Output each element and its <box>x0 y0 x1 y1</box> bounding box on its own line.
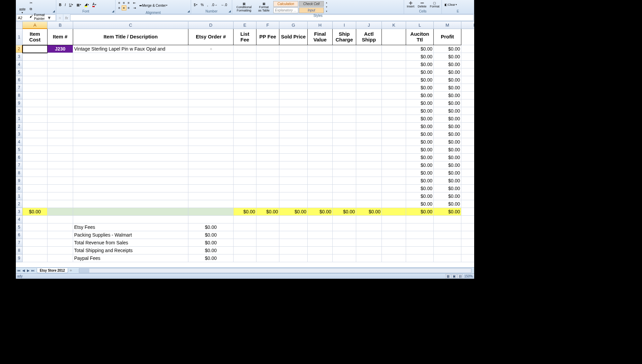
cell[interactable]: $0.00 <box>188 231 234 239</box>
cell[interactable] <box>234 130 256 138</box>
cell[interactable]: $0.00 <box>406 123 434 130</box>
cell[interactable] <box>48 247 73 254</box>
underline-button[interactable]: U▾ <box>68 2 74 7</box>
row-header[interactable]: 0 <box>16 185 23 192</box>
cell[interactable] <box>382 53 406 61</box>
cell[interactable] <box>188 61 234 68</box>
cell[interactable] <box>279 92 308 99</box>
sheet-tab-active[interactable]: Etsy Store 2012 <box>37 268 68 273</box>
cell[interactable] <box>333 200 356 208</box>
cell[interactable] <box>279 107 308 115</box>
cell[interactable] <box>48 239 73 247</box>
cell[interactable]: $0.00 <box>406 192 434 200</box>
cell[interactable] <box>73 107 188 115</box>
cell[interactable] <box>73 216 188 223</box>
row-header[interactable]: 5 <box>16 68 23 76</box>
cell[interactable]: $0.00 <box>434 169 461 177</box>
cell[interactable]: $0.00 <box>434 61 461 68</box>
cell[interactable] <box>356 61 382 68</box>
row-header[interactable]: 7 <box>16 84 23 92</box>
cell[interactable] <box>188 68 234 76</box>
cell[interactable] <box>333 247 356 254</box>
cell[interactable] <box>382 92 406 99</box>
cell[interactable] <box>73 99 188 107</box>
cell[interactable] <box>356 169 382 177</box>
cell[interactable] <box>188 115 234 123</box>
cell[interactable] <box>73 177 188 185</box>
view-normal[interactable]: ▦ <box>446 274 451 278</box>
row-header[interactable]: 8 <box>16 92 23 99</box>
cell[interactable] <box>188 99 234 107</box>
cell[interactable] <box>234 76 256 84</box>
cell[interactable] <box>356 161 382 169</box>
cell[interactable] <box>188 107 234 115</box>
cell[interactable] <box>461 239 474 247</box>
cell[interactable]: Total Shipping and Receipts <box>73 247 188 254</box>
cell[interactable] <box>308 123 333 130</box>
cell[interactable] <box>279 192 308 200</box>
cell[interactable] <box>382 115 406 123</box>
cell[interactable] <box>256 99 279 107</box>
cell[interactable] <box>256 68 279 76</box>
cell[interactable]: $0.00 <box>406 61 434 68</box>
cell[interactable] <box>356 223 382 231</box>
cell[interactable] <box>461 107 474 115</box>
format-painter-button[interactable]: 🖌Format Painter <box>28 12 55 21</box>
cell[interactable]: Total Revenue from Sales <box>73 239 188 247</box>
clipboard-launcher[interactable]: ◢ <box>52 9 56 13</box>
header-cell[interactable]: Sold Price <box>279 29 308 45</box>
column-header-I[interactable]: I <box>333 22 356 29</box>
header-cell[interactable]: Etsy Order # <box>188 29 234 45</box>
cell[interactable] <box>256 223 279 231</box>
cell[interactable] <box>333 61 356 68</box>
cell[interactable] <box>279 223 308 231</box>
row-header[interactable]: 4 <box>16 138 23 146</box>
cell[interactable] <box>256 84 279 92</box>
cell[interactable] <box>23 92 48 99</box>
cell[interactable] <box>234 138 256 146</box>
cell[interactable] <box>48 154 73 161</box>
row-header[interactable]: 8 <box>16 169 23 177</box>
cell[interactable] <box>333 138 356 146</box>
fx-button[interactable]: fx <box>63 14 70 21</box>
percent-button[interactable]: % <box>200 2 205 7</box>
fill-color-button[interactable]: ◢▾ <box>83 2 90 8</box>
row-header[interactable]: 2 <box>16 123 23 130</box>
cell[interactable]: $0.00 <box>333 208 356 216</box>
cell[interactable] <box>73 92 188 99</box>
cell[interactable] <box>48 146 73 154</box>
copy-button[interactable]: ⧉ <box>28 6 55 12</box>
cell[interactable] <box>461 130 474 138</box>
cell[interactable] <box>461 208 474 216</box>
zoom-level[interactable]: 150% <box>464 274 473 278</box>
cell[interactable] <box>382 247 406 254</box>
cell[interactable] <box>279 200 308 208</box>
cell[interactable]: $0.00 <box>434 146 461 154</box>
cell[interactable] <box>73 61 188 68</box>
cell[interactable] <box>356 138 382 146</box>
cell[interactable] <box>279 146 308 154</box>
cell[interactable] <box>234 185 256 192</box>
cell[interactable] <box>256 177 279 185</box>
formula-cancel[interactable]: ○ <box>56 14 63 21</box>
cell[interactable] <box>188 200 234 208</box>
cell[interactable] <box>73 161 188 169</box>
styles-more[interactable]: ▾ <box>325 9 329 13</box>
cell[interactable] <box>188 177 234 185</box>
cell[interactable] <box>434 247 461 254</box>
cell[interactable]: Vintage Sterling Lapel Pin w Faux Opal a… <box>73 45 188 53</box>
cell[interactable]: $0.00 <box>406 208 434 216</box>
cell[interactable] <box>333 92 356 99</box>
cell[interactable]: $0.00 <box>434 84 461 92</box>
cell[interactable] <box>279 53 308 61</box>
cell[interactable] <box>256 53 279 61</box>
cell[interactable] <box>256 107 279 115</box>
cell[interactable] <box>333 239 356 247</box>
cell[interactable] <box>23 161 48 169</box>
cell[interactable] <box>256 123 279 130</box>
delete-button[interactable]: ➖Delete <box>417 1 428 9</box>
hscroll-thumb[interactable] <box>79 269 89 273</box>
column-header-E[interactable]: E <box>234 22 256 29</box>
cell[interactable] <box>188 185 234 192</box>
cell[interactable] <box>382 61 406 68</box>
